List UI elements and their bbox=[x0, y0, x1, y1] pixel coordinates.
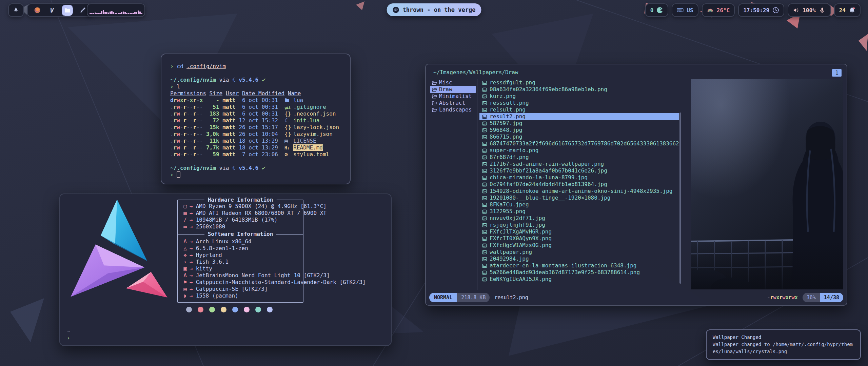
file-list: ressdfgult.png08a634fa02a32364f69ebc86a9… bbox=[479, 79, 679, 283]
perm-char: r bbox=[193, 97, 196, 103]
pacman-icon bbox=[656, 7, 663, 14]
file-item[interactable]: 8FKa7Cu.jpeg bbox=[479, 201, 679, 208]
arrow-icon: → bbox=[190, 217, 196, 223]
file-item[interactable]: super-mario.png bbox=[479, 147, 679, 154]
filetype-icon: {} bbox=[284, 110, 293, 117]
file-item[interactable]: 3126f7e9bbf21a8a4af0b67b041c6e26.jpg bbox=[479, 167, 679, 174]
visualizer-bar bbox=[104, 12, 106, 14]
file-item[interactable]: nnvuv0xj2df71.jpg bbox=[479, 215, 679, 222]
text-segment: 26 oct 15:17 bbox=[239, 124, 278, 130]
image-file-icon bbox=[482, 237, 487, 241]
file-item[interactable]: FXfcII0X0AQyn9X.png bbox=[479, 235, 679, 242]
file-item[interactable]: 596848.jpg bbox=[479, 127, 679, 134]
info-value: 868x366 bbox=[196, 223, 225, 230]
file-item[interactable]: ressdfgult.png bbox=[479, 79, 679, 86]
file-item[interactable]: 217167-sad-anime-rain-wallpaper.png bbox=[479, 161, 679, 167]
image-file-icon bbox=[482, 121, 487, 126]
temperature: 26°C bbox=[717, 7, 730, 14]
prompt-line: › bbox=[67, 335, 70, 342]
visualizer-bar bbox=[119, 13, 121, 14]
file-item[interactable]: 87r687df.png bbox=[479, 154, 679, 161]
file-item[interactable]: re1sult.png bbox=[479, 106, 679, 113]
sidebar-item-abstract[interactable]: Abstract bbox=[430, 100, 476, 106]
media-widget[interactable]: thrown - on the verge bbox=[387, 3, 481, 16]
visualizer-bar bbox=[106, 12, 107, 14]
file-item-name: re1sult.png bbox=[490, 106, 526, 113]
scrollbar[interactable] bbox=[679, 113, 681, 284]
perm-char: - bbox=[200, 124, 203, 130]
launcher-button[interactable] bbox=[8, 3, 24, 17]
fetch-terminal-window[interactable]: Hardware Information ▢→AMD Ryzen 9 5900X… bbox=[59, 194, 392, 346]
brush-button[interactable] bbox=[78, 5, 87, 15]
image-file-icon bbox=[482, 243, 487, 248]
terminal-window[interactable]: › cd .config/nvim~/.config/nvim via ☾ v5… bbox=[161, 54, 351, 184]
breadcrumb: ~/Imagenes/Wallpapers/Draw bbox=[433, 69, 518, 76]
file-item[interactable]: 5a266e448add93deab367d87173e9f25-6837886… bbox=[479, 269, 679, 276]
sidebar-item-draw[interactable]: Draw bbox=[430, 86, 476, 93]
file-item[interactable]: 20492984.jpg bbox=[479, 256, 679, 262]
file-item[interactable]: 3122955.png bbox=[479, 208, 679, 215]
file-item[interactable]: chica-mirando-la-luna-8799.jpg bbox=[479, 174, 679, 181]
file-item-name: kurz.png bbox=[490, 93, 516, 100]
sidebar-item-misc[interactable]: Misc bbox=[430, 79, 476, 86]
filetype-icon: ▤ bbox=[284, 138, 293, 144]
firefox-button[interactable] bbox=[33, 5, 42, 15]
sidebar-item-minimalist[interactable]: Minimalist bbox=[430, 93, 476, 100]
visualizer-bar bbox=[99, 13, 101, 14]
keyboard-layout-widget[interactable]: US bbox=[672, 3, 698, 17]
vim-button[interactable]: V bbox=[47, 5, 56, 15]
file-manager-window[interactable]: ~/Imagenes/Wallpapers/Draw 1 MiscDrawMin… bbox=[425, 64, 847, 306]
notification[interactable]: Wallpaper Changed Wallpaper changed to /… bbox=[706, 329, 861, 360]
text-segment bbox=[219, 144, 223, 151]
perm-char: - bbox=[196, 117, 200, 124]
file-item[interactable]: 08a634fa02a32364f69ebc86a98eb1eb.png bbox=[479, 86, 679, 93]
volume-widget[interactable]: 100% bbox=[788, 3, 831, 17]
files-button[interactable] bbox=[62, 5, 73, 16]
file-item-name: FXfcII0X0AQyn9X.png bbox=[490, 235, 552, 242]
arrow-icon: → bbox=[190, 245, 196, 251]
perm-char: - bbox=[196, 144, 200, 151]
file-item[interactable]: 68747470733a2f2f696d616765732d7769786d70… bbox=[479, 140, 679, 147]
filetype-icon: git bbox=[284, 104, 293, 111]
text-segment bbox=[278, 124, 284, 130]
file-item[interactable]: FXfcJlTXgAMvH6R.png bbox=[479, 228, 679, 235]
clock-widget[interactable]: 17:50:29 bbox=[738, 3, 784, 17]
notification-title: Wallpaper Changed bbox=[713, 334, 854, 341]
text-segment bbox=[278, 144, 284, 151]
file-item[interactable]: kurz.png bbox=[479, 93, 679, 100]
perm-char: r bbox=[193, 110, 196, 117]
file-item[interactable]: wallpaper.png bbox=[479, 249, 679, 256]
terminal-line: › bbox=[170, 171, 341, 178]
file-item[interactable]: 154928-odinokoe_anime-art-anime-okno-sin… bbox=[479, 188, 679, 195]
updates-widget[interactable]: 0 bbox=[645, 3, 669, 17]
perm-char: - bbox=[186, 124, 190, 130]
visualizer-bar bbox=[131, 13, 133, 14]
audio-visualizer-widget[interactable] bbox=[87, 3, 145, 17]
text-segment: ~ bbox=[67, 328, 70, 334]
file-item[interactable]: 587597.jpg bbox=[479, 120, 679, 127]
perm-char: d bbox=[170, 97, 174, 103]
perm-char: . bbox=[170, 131, 174, 137]
perm-char: - bbox=[186, 97, 190, 103]
file-item[interactable]: FXfcHgcWIAMzs0G.png bbox=[479, 242, 679, 249]
file-item[interactable]: result2.png bbox=[479, 113, 679, 120]
perm-char: w bbox=[177, 138, 180, 144]
text-segment bbox=[219, 124, 223, 130]
text-segment: 6 oct 00:31 bbox=[239, 104, 278, 110]
visualizer-bar bbox=[91, 13, 93, 14]
file-item[interactable]: EeNKYgIUcAAJ5JX.png bbox=[479, 276, 679, 283]
notifications-widget[interactable]: 24 bbox=[834, 3, 861, 17]
tab-badge[interactable]: 1 bbox=[832, 69, 842, 77]
file-item[interactable]: rsjqojlmjhf91.jpg bbox=[479, 222, 679, 228]
file-item[interactable]: resssult.png bbox=[479, 100, 679, 106]
file-item[interactable]: 866715.png bbox=[479, 134, 679, 140]
perm-char: . bbox=[170, 110, 174, 117]
sidebar-item-landscapes[interactable]: Landscapes bbox=[430, 106, 476, 113]
file-item[interactable]: 0c794faf07de24a4db4d4fb1eb813964.jpg bbox=[479, 181, 679, 188]
visualizer-bar bbox=[133, 13, 134, 14]
file-item[interactable]: atardecer-en-la-montanas-ilustracion-634… bbox=[479, 262, 679, 269]
weather-widget[interactable]: 26°C bbox=[702, 3, 735, 17]
file-item[interactable]: 19201080-__blue-tinge__-1920×1080.jpg bbox=[479, 195, 679, 201]
perm-char: r bbox=[183, 131, 187, 137]
image-file-icon bbox=[482, 223, 487, 227]
